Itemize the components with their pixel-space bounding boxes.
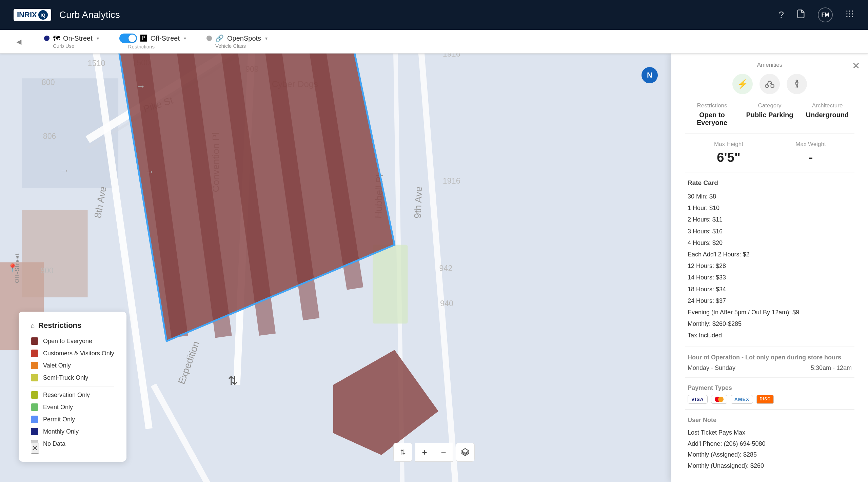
svg-point-57 (771, 84, 774, 87)
filter-on-street[interactable]: 🗺 On-Street ▾ Curb Use (44, 35, 99, 49)
help-icon[interactable]: ? (778, 9, 784, 20)
svg-text:→: → (145, 166, 154, 177)
legend-item-8: No Data (31, 440, 114, 447)
map-controls: ⇅ + − (393, 443, 475, 462)
architecture-value: Underground (800, 111, 854, 119)
legend-item-7: Monthly Only (31, 428, 114, 435)
off-street-icon: 🅿 (140, 35, 147, 42)
svg-point-1 (849, 11, 850, 12)
map-zoom-in-button[interactable]: + (415, 443, 434, 462)
location-pin[interactable]: 📍 (7, 263, 18, 273)
legend-color-6 (31, 416, 38, 423)
openspots-label: OpenSpots (227, 35, 261, 42)
right-panel: ✕ Amenities ⚡ Restrictions Open to Every… (671, 54, 868, 482)
svg-point-7 (849, 16, 850, 17)
amenity-ev-icon: ⚡ (732, 74, 753, 94)
svg-text:800: 800 (40, 266, 54, 275)
on-street-sublabel: Curb Use (44, 43, 99, 49)
svg-point-6 (846, 16, 848, 17)
rate-1hr: 1 Hour: $10 (688, 202, 852, 214)
user-avatar[interactable]: FM (818, 7, 833, 22)
rate-evening: Evening (In After 5pm / Out By 12am): $9 (688, 307, 852, 318)
menu-icon[interactable] (845, 9, 854, 21)
openspots-caret: ▾ (265, 36, 268, 41)
info-grid: Restrictions Open to Everyone Category P… (671, 102, 868, 133)
top-navigation: INRIX IQ Curb Analytics ? FM (0, 0, 868, 30)
filter-openspots[interactable]: 🔗 OpenSpots ▾ Vehicle Class (206, 34, 268, 49)
legend-item-3: Semi-Truck Only (31, 374, 114, 381)
legend-color-2 (31, 362, 38, 369)
map-ctrl-layers-button[interactable] (456, 443, 475, 462)
on-street-dot (44, 36, 50, 41)
amenities-icons: ⚡ (688, 74, 852, 94)
legend-color-1 (31, 350, 38, 357)
legend-title: Restrictions (38, 321, 81, 330)
svg-point-0 (846, 11, 848, 12)
info-divider-5 (685, 409, 854, 410)
svg-text:9th Ave: 9th Ave (412, 186, 424, 218)
legend-close-button[interactable]: ✕ (31, 443, 39, 454)
category-label: Category (743, 102, 797, 109)
info-divider-2 (685, 172, 854, 172)
legend-item-2: Valet Only (31, 362, 114, 369)
on-street-icon: 🗺 (53, 35, 60, 42)
legend-label-3: Semi-Truck Only (43, 374, 88, 381)
north-indicator: N (642, 67, 658, 83)
user-note-lost-ticket: Lost Ticket Pays Max (688, 427, 852, 438)
max-dimensions: Max Height 6'5" Max Weight - (671, 141, 868, 172)
svg-text:942: 942 (439, 264, 453, 273)
legend-item-6: Permit Only (31, 416, 114, 423)
max-weight-label: Max Weight (770, 141, 852, 148)
user-note-title: User Note (688, 417, 852, 424)
openspots-sublabel: Vehicle Class (206, 43, 268, 49)
payment-title: Payment Types (688, 384, 852, 392)
map-zoom-out-button[interactable]: − (434, 443, 453, 462)
amenity-bike-icon (760, 74, 780, 94)
legend-label-8: No Data (43, 440, 65, 447)
iq-badge: IQ (38, 10, 48, 20)
hours-row-0: Monday - Sunday 5:30am - 12am (688, 364, 852, 372)
legend-label-0: Open to Everyone (43, 338, 92, 345)
info-architecture: Architecture Underground (800, 102, 854, 127)
legend-label-5: Event Only (43, 404, 73, 411)
legend-color-4 (31, 391, 38, 399)
map-ctrl-arrows-button[interactable]: ⇅ (393, 443, 412, 462)
legend-divider (31, 386, 114, 386)
max-height-label: Max Height (688, 141, 770, 148)
svg-point-2 (852, 11, 853, 12)
svg-text:806: 806 (43, 132, 56, 141)
info-divider-3 (685, 347, 854, 347)
legend-color-7 (31, 428, 38, 435)
rate-3hr: 3 Hours: $16 (688, 226, 852, 237)
inrix-text: INRIX (17, 11, 37, 19)
mastercard-icon (711, 395, 727, 404)
visa-card: VISA (688, 395, 708, 404)
legend-color-5 (31, 403, 38, 411)
off-street-toggle[interactable] (119, 34, 137, 43)
app-title: Curb Analytics (59, 9, 120, 20)
panel-close-button[interactable]: ✕ (852, 60, 860, 71)
legend-item-4: Reservation Only (31, 391, 114, 399)
amenity-accessible-icon (787, 74, 807, 94)
openspots-dot (206, 36, 212, 41)
max-weight-value: - (770, 150, 852, 165)
user-note-phone: Add'l Phone: (206) 694-5080 (688, 438, 852, 449)
filter-off-street[interactable]: 🅿 Off-Street ▾ Restrictions (119, 34, 186, 49)
info-category: Category Public Parking (743, 102, 797, 127)
legend-label-2: Valet Only (43, 362, 71, 369)
user-note-monthly-unassigned: Monthly (Unassigned): $260 (688, 460, 852, 471)
amex-card: AMEX (731, 395, 753, 404)
discover-card: DISC (756, 395, 774, 404)
sidebar-toggle[interactable]: ◀ (16, 38, 21, 46)
payment-section: Payment Types VISA AMEX DISC (671, 384, 868, 409)
document-icon[interactable] (796, 9, 806, 21)
legend-header: ⌂ Restrictions (31, 321, 114, 330)
on-street-caret: ▾ (97, 36, 99, 41)
legend-item-1: Customers & Visitors Only (31, 350, 114, 357)
rate-2hr: 2 Hours: $11 (688, 214, 852, 225)
rate-4hr: 4 Hours: $20 (688, 237, 852, 249)
logo-group: INRIX IQ Curb Analytics (14, 9, 120, 21)
svg-text:1916: 1916 (443, 176, 460, 185)
max-weight-col: Max Weight - (770, 141, 852, 165)
rate-card-title: Rate Card (688, 179, 852, 187)
